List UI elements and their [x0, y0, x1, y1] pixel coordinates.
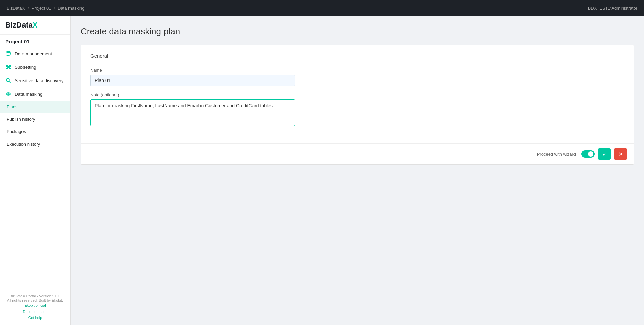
logo: BizDataX [0, 16, 70, 35]
name-field-group: Name [90, 68, 624, 86]
logo-text: BizDataX [5, 21, 37, 30]
svg-point-0 [6, 51, 11, 53]
puzzle-icon [5, 64, 11, 70]
documentation-link[interactable]: Documentation [5, 309, 65, 315]
sidebar: BizDataX Project 01 Data management [0, 16, 71, 325]
proceed-with-wizard-label: Proceed with wizard [537, 152, 576, 157]
sidebar-footer: BizDataX Portal - Version 5.0.0 All righ… [0, 290, 70, 325]
sidebar-item-execution-history-label: Execution history [7, 142, 40, 147]
sidebar-item-sensitive-data-discovery[interactable]: Sensitive data discovery [0, 74, 70, 87]
name-input[interactable] [90, 75, 295, 86]
sidebar-item-data-management-label: Data management [15, 51, 52, 56]
main-content: Create data masking plan General Name No… [71, 16, 644, 325]
card-footer: Proceed with wizard ✓ ✕ [81, 143, 634, 164]
version-text: BizDataX Portal - Version 5.0.0 [5, 294, 65, 298]
sidebar-item-plans-label: Plans [7, 104, 18, 109]
breadcrumb-project[interactable]: Project 01 [32, 6, 51, 11]
breadcrumb-bizdatax[interactable]: BizDataX [7, 6, 25, 11]
breadcrumb: BizDataX / Project 01 / Data masking [7, 6, 84, 11]
note-label: Note (optional) [90, 92, 624, 97]
project-title: Project 01 [0, 35, 70, 47]
svg-point-5 [9, 93, 10, 94]
svg-line-2 [9, 81, 11, 83]
name-label: Name [90, 68, 624, 73]
logo-accent: X [33, 21, 38, 29]
sidebar-item-publish-history[interactable]: Publish history [0, 113, 70, 125]
section-title-general: General [90, 53, 624, 62]
sidebar-nav: Data management Subsetting [0, 47, 70, 290]
sidebar-item-data-masking-label: Data masking [15, 92, 43, 97]
sidebar-item-subsetting-label: Subsetting [15, 65, 36, 70]
card-body: General Name Note (optional) Plan for ma… [81, 45, 634, 143]
breadcrumb-datamasking: Data masking [58, 6, 84, 11]
sidebar-item-data-masking[interactable]: Data masking [0, 87, 70, 101]
sidebar-item-plans[interactable]: Plans [0, 101, 70, 113]
mask-icon [5, 91, 11, 97]
cancel-button[interactable]: ✕ [614, 148, 627, 160]
note-field-group: Note (optional) Plan for masking FirstNa… [90, 92, 624, 127]
note-textarea[interactable]: Plan for masking FirstName, LastName and… [90, 99, 295, 126]
proceed-wizard-toggle[interactable] [581, 150, 595, 158]
sidebar-item-data-management[interactable]: Data management [0, 47, 70, 60]
sidebar-item-execution-history[interactable]: Execution history [0, 138, 70, 150]
create-plan-card: General Name Note (optional) Plan for ma… [81, 45, 634, 165]
sidebar-item-packages-label: Packages [7, 129, 26, 134]
sidebar-item-subsetting[interactable]: Subsetting [0, 60, 70, 74]
svg-point-4 [7, 93, 8, 94]
ekobit-link[interactable]: Ekobit official [5, 302, 65, 309]
confirm-button[interactable]: ✓ [598, 148, 611, 160]
sidebar-item-packages[interactable]: Packages [0, 125, 70, 138]
topbar: BizDataX / Project 01 / Data masking BDX… [0, 0, 644, 16]
get-help-link[interactable]: Get help [5, 315, 65, 321]
database-icon [5, 51, 11, 57]
page-title: Create data masking plan [81, 26, 634, 37]
sidebar-item-publish-history-label: Publish history [7, 117, 35, 122]
sidebar-item-sensitive-discovery-label: Sensitive data discovery [15, 78, 64, 83]
user-label: BDXTEST1\Administrator [588, 6, 637, 11]
search-icon [5, 77, 11, 84]
rights-text: All rights reserved. Built by Ekobit. [5, 298, 65, 302]
